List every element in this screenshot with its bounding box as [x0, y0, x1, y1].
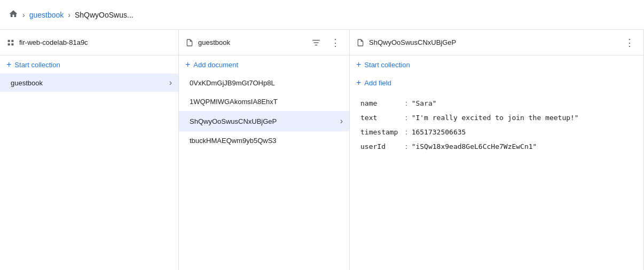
right-panel: ShQwyOoSwusCNxUBjGeP ⋮ + Start collectio…	[350, 30, 644, 270]
field-row-userid: userId : "iSQw18x9ead8GeL6CcHe7WzEwCn1"	[350, 139, 643, 154]
field-colon-userid: :	[405, 142, 407, 150]
project-id: fir-web-codelab-81a9c	[19, 38, 172, 46]
start-collection-button[interactable]: + Start collection	[0, 55, 178, 74]
field-colon-name: :	[405, 99, 407, 107]
right-start-collection-button[interactable]: + Start collection	[350, 55, 643, 74]
filter-button[interactable]	[309, 35, 324, 50]
right-more-button[interactable]: ⋮	[622, 35, 637, 50]
add-doc-plus-icon: +	[185, 60, 190, 69]
doc-item-1[interactable]: 1WQPMIWGAkomsIA8EhxT	[179, 92, 349, 111]
document-list: 0VxKDmGjJB9mGt7OHp8L 1WQPMIWGAkomsIA8Ehx…	[179, 74, 349, 270]
doc-id-0: 0VxKDmGjJB9mGt7OHp8L	[190, 79, 343, 87]
field-row-timestamp: timestamp : 1651732506635	[350, 125, 643, 139]
doc-id-2: ShQwyOoSwusCNxUBjGeP	[190, 117, 340, 125]
field-key-userid: userId	[360, 142, 403, 150]
field-colon-text: :	[405, 114, 407, 122]
top-bar: › guestbook › ShQwyOoSwus...	[0, 0, 644, 30]
add-field-label: Add field	[364, 79, 391, 87]
breadcrumb-doc: ShQwyOoSwus...	[75, 11, 133, 19]
field-value-name: "Sara"	[412, 99, 437, 107]
right-panel-header: ShQwyOoSwusCNxUBjGeP ⋮	[350, 30, 643, 55]
add-field-button[interactable]: + Add field	[350, 74, 643, 92]
more-icon: ⋮	[331, 37, 340, 49]
field-value-userid: "iSQw18x9ead8GeL6CcHe7WzEwCn1"	[412, 142, 537, 150]
breadcrumb-separator-2: ›	[68, 11, 70, 19]
add-field-plus-icon: +	[356, 78, 361, 88]
middle-panel: guestbook ⋮ + Add document 0VxKDmGjJB9mG…	[179, 30, 350, 270]
add-document-label: Add document	[193, 61, 238, 69]
right-doc-icon	[356, 38, 365, 47]
field-row-text: text : "I'm really excited to join the m…	[350, 110, 643, 125]
field-value-timestamp: 1651732506635	[412, 128, 466, 136]
left-panel: fir-web-codelab-81a9c + Start collection…	[0, 30, 179, 270]
middle-panel-header: guestbook ⋮	[179, 30, 349, 55]
main-content: fir-web-codelab-81a9c + Start collection…	[0, 30, 644, 270]
collection-label: guestbook	[11, 79, 169, 87]
doc-chevron-icon: ›	[340, 116, 343, 126]
breadcrumb-separator-1: ›	[22, 11, 25, 19]
field-colon-timestamp: :	[405, 128, 407, 136]
field-key-timestamp: timestamp	[360, 128, 403, 136]
plus-icon: +	[6, 60, 11, 69]
collection-item-guestbook[interactable]: guestbook ›	[0, 74, 178, 92]
add-document-button[interactable]: + Add document	[179, 55, 349, 74]
doc-item-0[interactable]: 0VxKDmGjJB9mGt7OHp8L	[179, 74, 349, 92]
field-list: name : "Sara" text : "I'm really excited…	[350, 92, 643, 158]
right-more-icon: ⋮	[625, 37, 634, 49]
collection-id: guestbook	[198, 38, 304, 46]
field-key-name: name	[360, 99, 403, 107]
right-start-collection-label: Start collection	[364, 61, 410, 69]
right-doc-id: ShQwyOoSwusCNxUBjGeP	[369, 38, 618, 46]
left-panel-header: fir-web-codelab-81a9c	[0, 30, 178, 55]
chevron-right-icon: ›	[169, 78, 172, 88]
document-icon	[185, 38, 194, 47]
start-collection-label: Start collection	[14, 61, 60, 69]
home-icon[interactable]	[9, 9, 18, 20]
doc-id-3: tbuckHMAEQwm9yb5QwS3	[190, 137, 343, 145]
doc-item-2[interactable]: ShQwyOoSwusCNxUBjGeP ›	[179, 111, 349, 131]
doc-item-3[interactable]: tbuckHMAEQwm9yb5QwS3	[179, 131, 349, 150]
field-value-text: "I'm really excited to join the meetup!"	[412, 114, 579, 122]
more-menu-button[interactable]: ⋮	[328, 35, 343, 50]
breadcrumb-guestbook[interactable]: guestbook	[29, 11, 64, 19]
field-row-name: name : "Sara"	[350, 96, 643, 110]
firestore-icon	[6, 38, 15, 47]
doc-id-1: 1WQPMIWGAkomsIA8EhxT	[190, 98, 343, 106]
right-plus-icon: +	[356, 60, 361, 69]
field-key-text: text	[360, 114, 403, 122]
